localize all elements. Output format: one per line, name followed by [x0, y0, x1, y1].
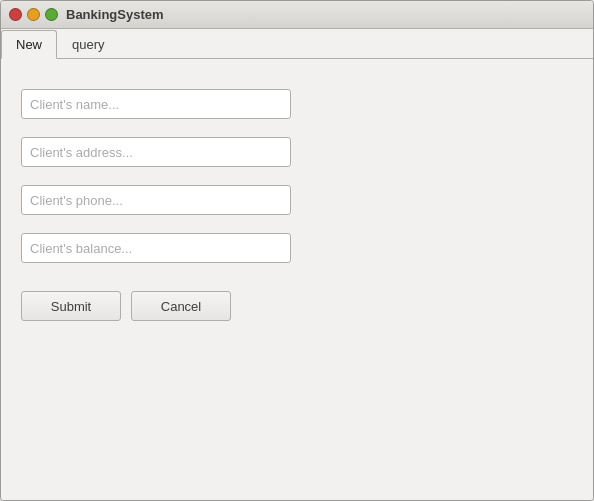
address-input[interactable]: [21, 137, 291, 167]
submit-button[interactable]: Submit: [21, 291, 121, 321]
minimize-button[interactable]: [27, 8, 40, 21]
phone-field-container: [21, 185, 291, 215]
cancel-button[interactable]: Cancel: [131, 291, 231, 321]
content-area: Submit Cancel: [1, 59, 593, 500]
button-row: Submit Cancel: [21, 291, 231, 321]
balance-field-container: [21, 233, 291, 263]
name-input[interactable]: [21, 89, 291, 119]
window-title: BankingSystem: [66, 7, 164, 22]
name-field-container: [21, 89, 291, 119]
maximize-button[interactable]: [45, 8, 58, 21]
tab-bar: New query: [1, 29, 593, 59]
main-window: BankingSystem New query Submit Cancel: [0, 0, 594, 501]
window-controls: [9, 8, 58, 21]
tab-query[interactable]: query: [57, 30, 120, 59]
phone-input[interactable]: [21, 185, 291, 215]
tab-new[interactable]: New: [1, 30, 57, 59]
address-field-container: [21, 137, 291, 167]
title-bar: BankingSystem: [1, 1, 593, 29]
close-button[interactable]: [9, 8, 22, 21]
balance-input[interactable]: [21, 233, 291, 263]
